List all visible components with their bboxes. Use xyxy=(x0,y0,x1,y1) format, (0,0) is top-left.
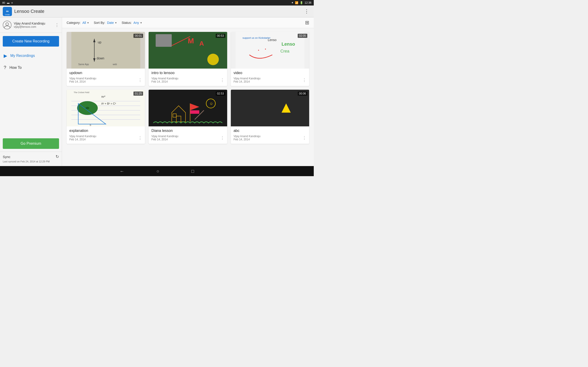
category-label: Category: xyxy=(67,21,81,25)
sort-filter: Sort By: Date ▼ xyxy=(94,21,117,25)
duration-updown: 00:01 xyxy=(133,34,143,38)
card-info-explanation: explanation Vijay Anand Kandiraju Feb 14… xyxy=(67,126,145,144)
recording-card-abc[interactable]: 00:06 abc Vijay Anand Kandiraju Feb 14, … xyxy=(231,90,309,144)
status-bar: 80 ▬ ≡ ✦ 📶 🔋 12:36 xyxy=(0,0,314,6)
sidebar-item-how-to[interactable]: ? How To xyxy=(0,62,62,73)
card-info-intro: intro to lensoo Vijay Anand Kandiraju Fe… xyxy=(149,69,227,86)
meta-diana: Vijay Anand Kandiraju Feb 14, 2014 ⋮ xyxy=(151,135,224,141)
menu-icon-status: ≡ xyxy=(11,1,13,4)
title-updown: updown xyxy=(69,71,142,75)
status-bar-right: ✦ 📶 🔋 12:36 xyxy=(291,1,311,4)
date-intro: Feb 14, 2014 xyxy=(151,80,178,83)
author-video: Vijay Anand Kandiraju xyxy=(233,77,260,80)
svg-text:Create: Create xyxy=(5,14,10,15)
author-date-explanation: Vijay Anand Kandiraju Feb 14, 2014 xyxy=(69,135,96,141)
avatar xyxy=(3,21,11,29)
card-menu-video[interactable]: ⋮ xyxy=(302,77,306,83)
svg-text:The Cricket Field: The Cricket Field xyxy=(74,91,89,94)
status-select[interactable]: Any ▼ xyxy=(133,21,142,25)
sync-section: Sync ↻ Last synced on Feb 24, 2014 at 12… xyxy=(0,152,62,166)
main-layout: Vijay Anand Kandiraju vijay@lensoo.com ⋮… xyxy=(0,17,314,166)
recording-card-updown[interactable]: up down Same App web 00:01 updown Vijay … xyxy=(67,32,145,86)
svg-text:∞: ∞ xyxy=(6,9,9,13)
svg-text:support us on Kickstarter: support us on Kickstarter xyxy=(242,36,270,39)
app-menu-button[interactable]: ⋮ xyxy=(302,8,311,15)
category-select[interactable]: All ▼ xyxy=(82,21,89,25)
sort-chevron: ▼ xyxy=(115,22,117,24)
svg-text:Lenso: Lenso xyxy=(268,38,276,42)
sidebar: Vijay Anand Kandiraju vijay@lensoo.com ⋮… xyxy=(0,17,62,166)
meta-video: Vijay Anand Kandiraju Feb 14, 2014 ⋮ xyxy=(233,77,306,83)
svg-text:down: down xyxy=(97,56,104,60)
card-menu-intro[interactable]: ⋮ xyxy=(220,77,225,83)
card-menu-explanation[interactable]: ⋮ xyxy=(138,135,142,140)
duration-intro: 00:53 xyxy=(216,34,225,38)
meta-updown: Vijay Anand Kandiraju Feb 14, 2014 ⋮ xyxy=(69,77,142,83)
card-menu-diana[interactable]: ⋮ xyxy=(220,135,225,140)
content-area: Category: All ▼ Sort By: Date ▼ Status: … xyxy=(62,17,314,166)
svg-text:Lenso: Lenso xyxy=(281,42,295,47)
svg-text:☺: ☺ xyxy=(209,102,213,106)
meta-explanation: Vijay Anand Kandiraju Feb 14, 2014 ⋮ xyxy=(69,135,142,141)
camera-icon: ▬ xyxy=(7,1,9,4)
sync-row: Sync ↻ xyxy=(3,154,59,159)
title-intro: intro to lensoo xyxy=(151,71,224,75)
question-icon: ? xyxy=(4,65,6,70)
svg-point-16 xyxy=(208,54,219,65)
svg-rect-47 xyxy=(235,90,304,126)
grid-view-icon[interactable]: ⊞ xyxy=(305,20,309,26)
app-logo: ∞ Create xyxy=(3,7,12,16)
go-premium-button[interactable]: Go Premium xyxy=(3,138,59,149)
date-diana: Feb 14, 2014 xyxy=(151,138,178,141)
sort-select[interactable]: Date ▼ xyxy=(107,21,117,25)
home-button[interactable]: ○ xyxy=(156,169,159,174)
category-filter: Category: All ▼ xyxy=(67,21,89,25)
card-menu-updown[interactable]: ⋮ xyxy=(138,77,142,83)
thumbnail-video: support us on Kickstarter Lenso Crea Len… xyxy=(231,32,309,69)
author-date-intro: Vijay Anand Kandiraju Feb 14, 2014 xyxy=(151,77,178,83)
bluetooth-icon: ✦ xyxy=(291,1,294,4)
category-chevron: ▼ xyxy=(87,22,89,24)
svg-point-32 xyxy=(86,107,89,109)
recording-card-video[interactable]: support us on Kickstarter Lenso Crea Len… xyxy=(231,32,309,86)
thumbnail-explanation: The Cricket Field πr² A² + B² = C² b 01:… xyxy=(67,90,145,126)
sidebar-item-how-to-label: How To xyxy=(9,66,22,70)
title-abc: abc xyxy=(233,129,306,133)
author-intro: Vijay Anand Kandiraju xyxy=(151,77,178,80)
svg-point-3 xyxy=(6,23,9,25)
recording-card-explanation[interactable]: The Cricket Field πr² A² + B² = C² b 01:… xyxy=(67,90,145,144)
status-value: Any xyxy=(133,21,139,25)
title-explanation: explanation xyxy=(69,129,142,133)
duration-video: 02:05 xyxy=(298,34,307,38)
author-date-video: Vijay Anand Kandiraju Feb 14, 2014 xyxy=(233,77,260,83)
recording-card-diana[interactable]: ☺ 02:53 Diana lesson Vijay Anand Kandira… xyxy=(149,90,227,144)
svg-text:A² + B² = C²: A² + B² = C² xyxy=(101,102,116,105)
card-menu-abc[interactable]: ⋮ xyxy=(302,135,306,140)
svg-text:πr²: πr² xyxy=(101,95,105,98)
meta-abc: Vijay Anand Kandiraju Feb 14, 2014 ⋮ xyxy=(233,135,306,141)
user-name: Vijay Anand Kandiraju xyxy=(14,22,55,25)
thumbnail-intro: M A 00:53 xyxy=(149,32,227,69)
title-diana: Diana lesson xyxy=(151,129,224,133)
filter-bar: Category: All ▼ Sort By: Date ▼ Status: … xyxy=(62,17,314,28)
sort-value: Date xyxy=(107,21,114,25)
svg-text:A: A xyxy=(199,40,204,47)
author-explanation: Vijay Anand Kandiraju xyxy=(69,135,96,138)
svg-point-21 xyxy=(258,50,259,51)
clock: 12:36 xyxy=(304,1,311,4)
author-updown: Vijay Anand Kandiraju xyxy=(69,77,96,80)
date-updown: Feb 14, 2014 xyxy=(69,80,96,83)
recent-apps-button[interactable]: □ xyxy=(191,169,194,174)
date-video: Feb 14, 2014 xyxy=(233,80,260,83)
card-info-updown: updown Vijay Anand Kandiraju Feb 14, 201… xyxy=(67,69,145,86)
create-new-recording-button[interactable]: Create New Recording xyxy=(3,36,59,47)
user-menu-icon[interactable]: ⋮ xyxy=(55,23,59,27)
sync-icon[interactable]: ↻ xyxy=(56,154,59,159)
sidebar-item-my-recordings[interactable]: ▶ My Recordings xyxy=(0,50,62,62)
user-section: Vijay Anand Kandiraju vijay@lensoo.com ⋮ xyxy=(0,17,62,33)
sidebar-item-my-recordings-label: My Recordings xyxy=(10,54,35,58)
card-info-abc: abc Vijay Anand Kandiraju Feb 14, 2014 ⋮ xyxy=(231,126,309,144)
recording-card-intro[interactable]: M A 00:53 intro to lensoo Vijay Anand Ka… xyxy=(149,32,227,86)
back-button[interactable]: ← xyxy=(120,169,124,174)
date-explanation: Feb 14, 2014 xyxy=(69,138,96,141)
